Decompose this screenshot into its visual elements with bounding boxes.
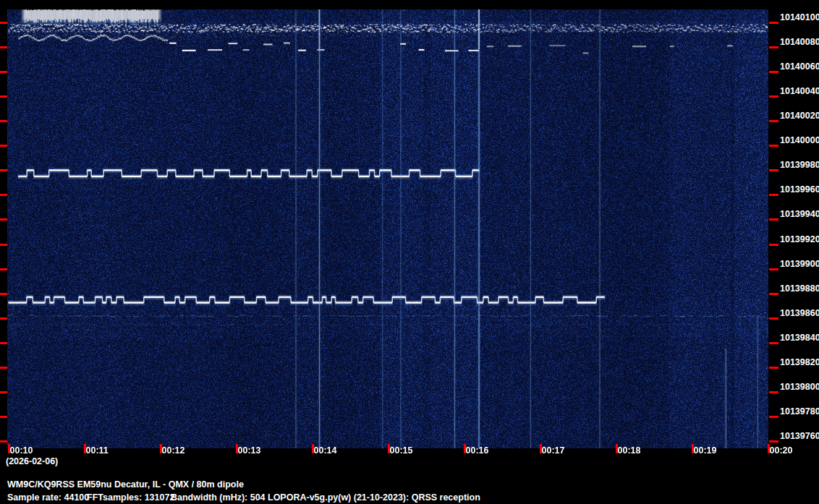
freq-tick-mark-right [769, 342, 778, 344]
freq-tick-label: 10139980 [780, 161, 819, 170]
freq-tick-mark-right [769, 169, 778, 171]
freq-tick-mark-left [0, 440, 7, 443]
time-tick-label: 00:12 [162, 446, 185, 456]
freq-tick-label: 10140020 [780, 111, 819, 121]
freq-tick-mark-right [769, 268, 778, 270]
spectrogram-canvas [7, 9, 768, 448]
freq-tick-mark-right [769, 391, 778, 393]
freq-tick-label: 10139920 [780, 235, 819, 244]
freq-tick-mark-left [0, 218, 7, 221]
freq-tick-label: 10139900 [780, 260, 819, 269]
spectrogram-panel: 1014010010140080101400601014004010140020… [0, 0, 819, 504]
freq-tick-mark-left [0, 367, 7, 369]
freq-tick-label: 10140080 [780, 38, 819, 47]
freq-tick-mark-left [0, 391, 7, 393]
freq-tick-mark-right [769, 317, 778, 320]
fft-samples-label: FFTsamples: 131072 [87, 492, 174, 503]
freq-tick-mark-right [769, 244, 778, 246]
time-tick-label: 00:16 [466, 446, 489, 456]
freq-tick-mark-left [0, 169, 7, 171]
freq-tick-mark-right [769, 22, 778, 24]
time-tick-label: 00:20 [770, 446, 793, 456]
freq-tick-mark-left [0, 194, 7, 196]
freq-tick-label: 10139840 [780, 333, 819, 343]
freq-tick-label: 10139800 [780, 383, 819, 392]
freq-tick-mark-right [769, 46, 778, 48]
freq-tick-mark-left [0, 145, 7, 147]
freq-tick-mark-left [0, 416, 7, 418]
freq-tick-mark-right [769, 71, 778, 73]
freq-tick-mark-right [769, 293, 778, 295]
time-tick-label: 00:19 [694, 446, 717, 456]
time-tick-label: 00:15 [390, 446, 413, 456]
date-annotation: (2026-02-06) [6, 456, 58, 466]
freq-tick-mark-left [0, 46, 7, 48]
freq-tick-label: 10140060 [780, 62, 819, 72]
software-version-label: LOPORA-v5g.py(w) (21-10-2023): QRSS rece… [268, 492, 480, 503]
freq-tick-label: 10139780 [780, 407, 819, 417]
freq-tick-mark-right [769, 120, 778, 122]
freq-tick-label: 10140000 [780, 136, 819, 145]
freq-tick-label: 10140100 [780, 13, 819, 22]
bandwidth-label: Bandwidth (mHz): 504 [171, 492, 266, 503]
station-info: WM9C/KQ9RSS EM59nu Decatur, IL - QMX / 8… [7, 479, 244, 490]
freq-tick-label: 10140040 [780, 87, 819, 96]
freq-tick-label: 10139760 [780, 432, 819, 441]
freq-tick-mark-right [769, 440, 778, 443]
time-tick-label: 00:14 [314, 446, 337, 456]
freq-tick-mark-left [0, 268, 7, 270]
freq-tick-mark-right [769, 367, 778, 369]
freq-tick-mark-left [0, 317, 7, 320]
freq-tick-mark-left [0, 95, 7, 98]
freq-tick-label: 10139880 [780, 284, 819, 294]
freq-tick-mark-left [0, 22, 7, 24]
sample-rate-label: Sample rate: 44100 [7, 492, 89, 503]
time-tick-label: 00:11 [86, 446, 109, 456]
freq-tick-mark-right [769, 95, 778, 98]
freq-tick-mark-right [769, 145, 778, 147]
freq-tick-label: 10139860 [780, 309, 819, 318]
freq-tick-mark-left [0, 71, 7, 73]
time-tick-label: 00:18 [618, 446, 641, 456]
freq-tick-mark-left [0, 342, 7, 344]
time-tick-label: 00:17 [542, 446, 565, 456]
freq-tick-mark-left [0, 293, 7, 295]
time-tick-label: 00:10 [10, 446, 33, 456]
qrss-grabber-screen: { "colors": { "background": "#000000", "… [0, 0, 819, 504]
freq-tick-mark-right [769, 194, 778, 196]
freq-tick-mark-right [769, 218, 778, 221]
freq-tick-mark-right [769, 416, 778, 418]
freq-tick-mark-left [0, 120, 7, 122]
freq-tick-label: 10139940 [780, 210, 819, 219]
freq-tick-label: 10139820 [780, 358, 819, 367]
freq-tick-mark-left [0, 244, 7, 246]
freq-tick-label: 10139960 [780, 185, 819, 195]
time-tick-label: 00:13 [238, 446, 261, 456]
